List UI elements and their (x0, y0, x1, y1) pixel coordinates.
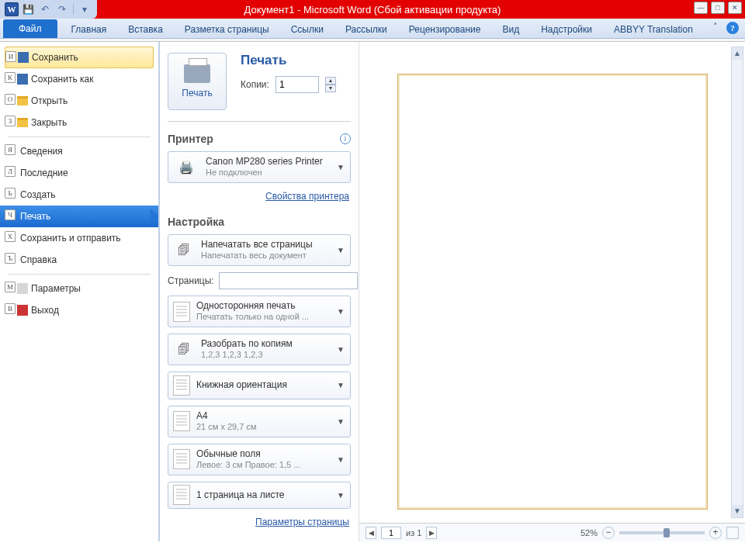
preview-scrollbar[interactable]: ▲ ▼ (731, 47, 743, 518)
zoom-in-button[interactable]: + (709, 527, 722, 539)
page-number-input[interactable] (381, 527, 401, 539)
tab-insert[interactable]: Вставка (117, 20, 174, 38)
scroll-up-icon[interactable]: ▲ (732, 47, 743, 60)
scope-sub: Напечатать весь документ (201, 251, 330, 261)
pages-per-sheet-selector[interactable]: 1 страница на листе ▼ (168, 482, 351, 509)
quick-access-toolbar: W 💾 ↶ ↷ ▾ (0, 0, 97, 19)
word-app-icon[interactable]: W (5, 2, 19, 16)
pages-label: Страницы: (168, 275, 214, 286)
duplex-sub: Печатать только на одной ... (196, 312, 330, 323)
tab-home[interactable]: Главная (61, 20, 118, 38)
ribbon-tabs: Файл Главная Вставка Разметка страницы С… (0, 19, 745, 39)
page-setup-link[interactable]: Параметры страницы (168, 517, 349, 527)
printer-properties-link[interactable]: Свойства принтера (168, 191, 349, 202)
duplex-selector[interactable]: Односторонняя печать Печатать только на … (168, 296, 351, 327)
keytip: О (5, 94, 16, 105)
side-save-as[interactable]: К Сохранить как (0, 68, 158, 90)
collate-selector[interactable]: 🗐 Разобрать по копиям 1,2,3 1,2,3 1,2,3 … (168, 334, 351, 365)
undo-icon[interactable]: ↶ (37, 2, 53, 16)
print-preview-pane: ▲ ▼ ◀ из 1 ▶ 52% − + (359, 42, 745, 541)
tab-review[interactable]: Рецензирование (398, 20, 492, 38)
margins-sub: Левое: 3 см Правое: 1,5 ... (196, 460, 330, 471)
papersize-sub: 21 см x 29,7 см (196, 422, 330, 433)
side-recent[interactable]: Л Последние (0, 162, 158, 184)
orientation-selector[interactable]: Книжная ориентация ▼ (168, 372, 351, 399)
side-open[interactable]: О Открыть (0, 90, 158, 112)
help-icon[interactable]: ? (726, 22, 739, 34)
tab-mailings[interactable]: Рассылки (334, 20, 398, 38)
title-bar: W 💾 ↶ ↷ ▾ Документ1 - Microsoft Word (Сб… (0, 0, 745, 19)
zoom-out-button[interactable]: − (602, 527, 615, 539)
info-icon[interactable]: i (340, 133, 351, 144)
keytip: Я (5, 144, 16, 155)
tab-references[interactable]: Ссылки (280, 20, 334, 38)
close-button[interactable]: ✕ (728, 2, 742, 14)
side-new[interactable]: Ь Создать (0, 184, 158, 206)
floppy-icon (17, 74, 28, 85)
label: Сохранить и отправить (20, 233, 121, 244)
chevron-down-icon: ▼ (336, 417, 345, 426)
settings-section-head: Настройка (168, 216, 351, 228)
tab-file[interactable]: Файл (3, 19, 57, 38)
separator (8, 274, 151, 275)
side-print[interactable]: Ч Печать (0, 206, 158, 227)
window-title: Документ1 - Microsoft Word (Сбой активац… (0, 4, 745, 16)
exit-icon (17, 305, 28, 316)
spinner-down-icon[interactable]: ▼ (325, 85, 336, 92)
printer-selector[interactable]: 🖨️ Canon MP280 series Printer Не подключ… (168, 151, 351, 183)
ppsheet-title: 1 страница на листе (196, 489, 330, 501)
combo-text: Книжная ориентация (196, 379, 330, 391)
margins-icon (173, 449, 190, 469)
minimize-button[interactable]: — (694, 2, 708, 14)
save-icon[interactable]: 💾 (20, 2, 36, 16)
print-scope-selector[interactable]: 🗐 Напечатать все страницы Напечатать вес… (168, 234, 351, 266)
spinner-up-icon[interactable]: ▲ (325, 77, 336, 85)
margins-title: Обычные поля (196, 448, 330, 460)
separator (168, 121, 351, 122)
side-info[interactable]: Я Сведения (0, 140, 158, 162)
scroll-down-icon[interactable]: ▼ (732, 505, 743, 517)
side-close[interactable]: З Закрыть (0, 112, 158, 133)
papersize-icon (173, 411, 190, 431)
settings-section-title: Настройка (168, 216, 224, 228)
papersize-selector[interactable]: A4 21 см x 29,7 см ▼ (168, 406, 351, 437)
copies-spinner: ▲ ▼ (325, 77, 336, 92)
chevron-down-icon: ▼ (336, 246, 345, 254)
scope-title: Напечатать все страницы (201, 239, 330, 251)
redo-icon[interactable]: ↷ (54, 2, 70, 16)
margins-selector[interactable]: Обычные поля Левое: 3 см Правое: 1,5 ...… (168, 444, 351, 475)
separator (8, 137, 151, 137)
prev-page-button[interactable]: ◀ (366, 527, 376, 539)
label: Сведения (20, 146, 63, 157)
chevron-down-icon: ▼ (336, 307, 345, 316)
ribbon-collapse-icon[interactable]: ˄ (709, 22, 722, 34)
pages-per-sheet-icon (173, 485, 190, 505)
copies-input[interactable] (275, 76, 319, 93)
side-save[interactable]: И Сохранить (5, 47, 154, 68)
tab-view[interactable]: Вид (491, 20, 530, 38)
fit-to-window-button[interactable] (726, 527, 739, 539)
maximize-button[interactable]: □ (711, 2, 725, 14)
side-save-send[interactable]: Х Сохранить и отправить (0, 227, 158, 249)
label: Справка (20, 254, 57, 265)
pages-input[interactable] (219, 272, 358, 289)
label: Последние (20, 168, 68, 178)
next-page-button[interactable]: ▶ (426, 527, 437, 539)
side-help[interactable]: Ъ Справка (0, 249, 158, 271)
ribbon-right-controls: ˄ ? (709, 22, 739, 34)
tab-abbyy[interactable]: ABBYY Translation (603, 20, 704, 38)
label: Закрыть (31, 117, 67, 128)
orientation-title: Книжная ориентация (196, 379, 330, 391)
collate-icon: 🗐 (173, 339, 195, 361)
side-options[interactable]: М Параметры (0, 278, 158, 299)
chevron-down-icon: ▼ (336, 455, 345, 464)
tab-addins[interactable]: Надстройки (530, 20, 603, 38)
zoom-slider[interactable] (619, 531, 705, 534)
side-exit[interactable]: В Выход (0, 299, 158, 321)
print-button[interactable]: Печать (168, 53, 227, 110)
preview-status-bar: ◀ из 1 ▶ 52% − + (359, 523, 745, 541)
print-heading: Печать (241, 53, 351, 68)
tab-page-layout[interactable]: Разметка страницы (174, 20, 280, 38)
keytip: М (5, 282, 16, 292)
qat-customize-icon[interactable]: ▾ (77, 2, 92, 16)
